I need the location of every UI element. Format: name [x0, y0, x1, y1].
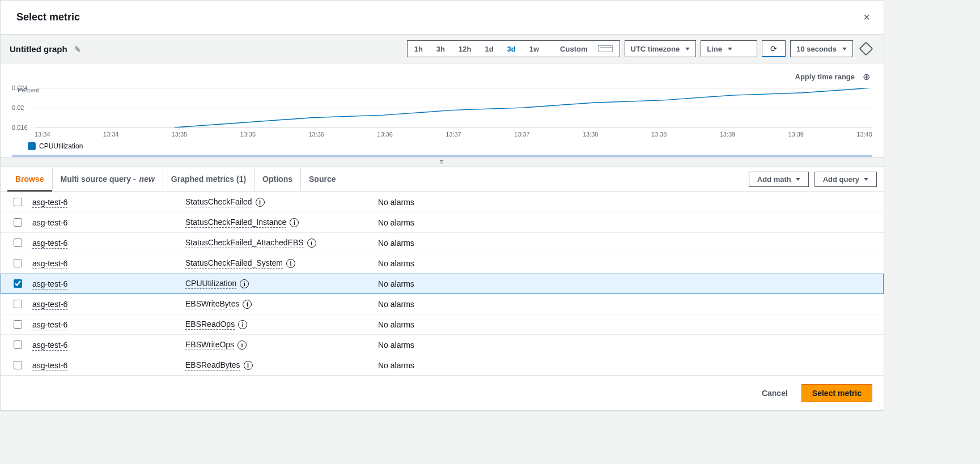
gridline [35, 88, 872, 88]
asg-name[interactable]: asg-test-6 [32, 198, 67, 208]
chevron-down-icon [685, 48, 690, 50]
table-row[interactable]: asg-test-6EBSWriteOpsiNo alarms [1, 335, 884, 355]
chart-plot[interactable]: 0.0160.020.024 [35, 88, 872, 127]
metric-name[interactable]: EBSReadBytes [185, 360, 240, 371]
metric-name[interactable]: StatusCheckFailed_Instance [185, 218, 286, 228]
table-row[interactable]: asg-test-6EBSWriteBytesiNo alarms [1, 294, 884, 314]
row-checkbox[interactable] [14, 361, 22, 369]
chevron-down-icon [842, 48, 847, 50]
row-checkbox[interactable] [14, 279, 22, 288]
table-row[interactable]: asg-test-6StatusCheckFailediNo alarms [1, 192, 884, 212]
metric-name[interactable]: StatusCheckFailed_System [185, 258, 283, 269]
select-metric-button[interactable]: Select metric [801, 384, 872, 402]
table-row[interactable]: asg-test-6EBSReadBytesiNo alarms [1, 355, 884, 376]
tab-browse[interactable]: Browse [7, 168, 52, 191]
row-checkbox[interactable] [14, 198, 22, 206]
select-metric-modal: Select metric × Untitled graph ✎ 1h3h12h… [0, 0, 884, 411]
table-row[interactable]: asg-test-6StatusCheckFailed_InstanceiNo … [1, 212, 884, 233]
asg-name[interactable]: asg-test-6 [32, 239, 67, 249]
ytick-label: 0.016 [12, 124, 32, 131]
ytick-label: 0.02 [12, 104, 32, 111]
tab-graphed-metrics[interactable]: Graphed metrics (1) [163, 168, 254, 191]
chevron-down-icon [728, 48, 732, 50]
xtick-label: 13:34 [103, 131, 119, 138]
info-icon[interactable]: i [307, 239, 316, 248]
time-range-3d[interactable]: 3d [500, 41, 523, 57]
alarm-status: No alarms [378, 279, 881, 288]
row-checkbox[interactable] [14, 300, 22, 308]
asg-name[interactable]: asg-test-6 [32, 320, 67, 330]
time-range-1w[interactable]: 1w [523, 41, 546, 57]
table-row[interactable]: asg-test-6StatusCheckFailed_AttachedEBSi… [1, 233, 884, 253]
gridline [35, 127, 872, 128]
timezone-select[interactable]: UTC timezone [625, 40, 697, 57]
add-query-button[interactable]: Add query [814, 172, 877, 187]
metric-name[interactable]: EBSWriteBytes [185, 299, 239, 309]
info-icon[interactable]: i [244, 361, 253, 370]
info-icon[interactable]: i [286, 259, 295, 268]
info-icon[interactable]: i [238, 320, 247, 329]
info-icon[interactable]: i [290, 218, 299, 227]
legend-label: CPUUtilization [39, 142, 83, 150]
asg-name[interactable]: asg-test-6 [32, 259, 67, 269]
table-row[interactable]: asg-test-6EBSReadOpsiNo alarms [1, 314, 884, 335]
edit-title-icon[interactable]: ✎ [74, 45, 81, 54]
time-range-1h[interactable]: 1h [408, 41, 430, 57]
info-icon[interactable]: i [256, 198, 265, 207]
info-icon[interactable]: i [240, 279, 249, 288]
alarm-status: No alarms [378, 218, 881, 227]
metric-name[interactable]: StatusCheckFailed [185, 197, 252, 207]
row-checkbox[interactable] [14, 239, 22, 247]
time-range-1d[interactable]: 1d [478, 41, 500, 57]
apply-time-range-link[interactable]: Apply time range [795, 73, 855, 81]
zoom-icon[interactable]: ⊕ [863, 71, 870, 82]
chart-scrollbar[interactable] [12, 155, 872, 157]
xtick-label: 13:38 [651, 131, 667, 138]
asg-name[interactable]: asg-test-6 [32, 218, 67, 228]
asg-name[interactable]: asg-test-6 [32, 340, 67, 351]
refresh-button[interactable]: ⟳ [762, 40, 786, 57]
resize-handle[interactable]: = [1, 157, 884, 167]
metric-name[interactable]: EBSReadOps [185, 320, 235, 330]
chevron-down-icon [864, 178, 868, 181]
tabs-row: Browse Multi source query - new Graphed … [1, 167, 884, 192]
info-icon[interactable]: i [243, 300, 252, 309]
time-range-custom[interactable]: Custom [546, 41, 619, 57]
metric-name[interactable]: CPUUtilization [185, 279, 236, 289]
graph-title[interactable]: Untitled graph [10, 44, 67, 54]
refresh-interval-select[interactable]: 10 seconds [790, 40, 853, 57]
modal-title: Select metric [16, 11, 80, 23]
chevron-down-icon [796, 178, 800, 181]
metric-name[interactable]: EBSWriteOps [185, 340, 234, 350]
metrics-table: asg-test-6StatusCheckFailediNo alarmsasg… [1, 192, 884, 376]
tab-source[interactable]: Source [300, 168, 343, 191]
alarm-status: No alarms [378, 361, 881, 370]
chart-area: Apply time range ⊕ Percent 0.0160.020.02… [1, 63, 884, 157]
add-math-button[interactable]: Add math [749, 172, 809, 187]
tab-options[interactable]: Options [254, 168, 300, 191]
time-range-3h[interactable]: 3h [430, 41, 452, 57]
cancel-button[interactable]: Cancel [754, 384, 796, 402]
xtick-label: 13:37 [446, 131, 461, 138]
row-checkbox[interactable] [14, 218, 22, 227]
tab-multi-source[interactable]: Multi source query - new [52, 168, 163, 191]
table-row[interactable]: asg-test-6CPUUtilizationiNo alarms [1, 274, 884, 294]
asg-name[interactable]: asg-test-6 [32, 279, 67, 290]
time-range-segmented[interactable]: 1h3h12h1d3d1wCustom [407, 40, 620, 57]
asg-name[interactable]: asg-test-6 [32, 300, 67, 310]
table-row[interactable]: asg-test-6StatusCheckFailed_SystemiNo al… [1, 253, 884, 274]
graph-title-wrap: Untitled graph ✎ [10, 44, 81, 54]
settings-icon[interactable] [858, 44, 875, 54]
row-checkbox[interactable] [14, 259, 22, 267]
time-range-12h[interactable]: 12h [452, 41, 478, 57]
close-icon[interactable]: × [861, 8, 872, 26]
metric-name[interactable]: StatusCheckFailed_AttachedEBS [185, 238, 304, 248]
graph-type-value: Line [707, 45, 722, 53]
asg-name[interactable]: asg-test-6 [32, 361, 67, 371]
info-icon[interactable]: i [237, 340, 247, 350]
chart-legend: CPUUtilization [12, 138, 872, 154]
graph-type-select[interactable]: Line [701, 40, 757, 57]
row-checkbox[interactable] [14, 340, 22, 349]
xtick-label: 13:34 [35, 131, 50, 138]
row-checkbox[interactable] [14, 320, 22, 329]
